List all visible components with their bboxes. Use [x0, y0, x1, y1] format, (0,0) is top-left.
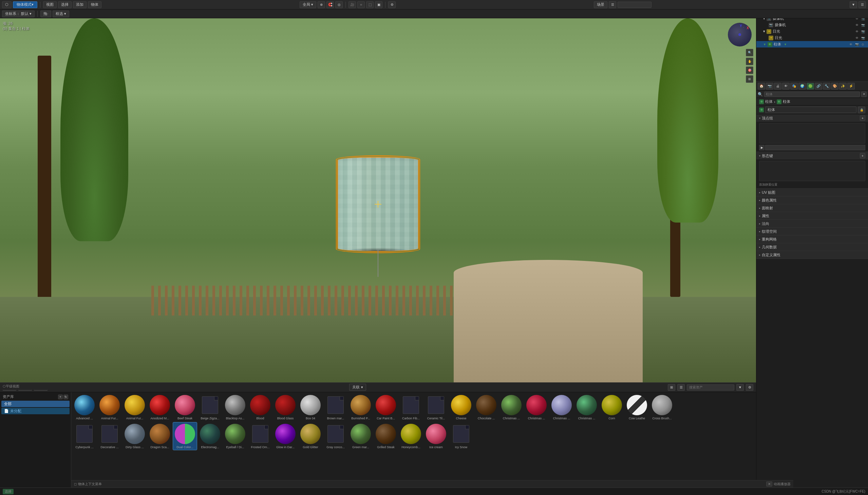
anim-player-label[interactable]: 动画播放器 — [774, 482, 790, 487]
overlay-btn[interactable]: ⬚ — [366, 1, 374, 8]
viewport-shading[interactable]: ○ — [357, 1, 365, 8]
obj-name-input[interactable]: 柱体 — [765, 106, 856, 113]
asset-item-8[interactable]: Blood Glass — [273, 394, 297, 421]
custom-props-header[interactable]: ▸ 自定义属性 — [756, 251, 868, 258]
asset-item-9[interactable]: Box 04 — [299, 394, 322, 421]
props-world-tab[interactable]: 🌍 — [798, 83, 806, 89]
select-menu[interactable]: 选择 — [58, 1, 72, 8]
filter-btn[interactable]: ▼ — [850, 1, 857, 8]
unassigned-item[interactable]: 📄 未分配 — [1, 408, 70, 414]
asset-item-36[interactable]: Grilled Steak — [374, 422, 398, 450]
asset-settings-icon[interactable]: ⚙ — [746, 384, 753, 391]
remesh-header[interactable]: ▸ 重构网格 — [756, 236, 868, 243]
asset-item-30[interactable]: Eyeball / Di... — [223, 422, 247, 450]
obj-name-lock[interactable]: 🔒 — [858, 106, 865, 113]
asset-item-19[interactable]: Christmas ... — [550, 394, 574, 421]
select-mode-btn[interactable]: 框选 ▾ — [53, 11, 69, 17]
asset-grid-btn[interactable]: ⊞ — [668, 384, 675, 391]
props-output-tab[interactable]: 🖨 — [774, 83, 781, 89]
mode-selector[interactable]: 物体模式 ▾ — [13, 1, 37, 8]
asset-filter-icon[interactable]: ▼ — [736, 384, 744, 391]
props-scene-tab[interactable]: 🏠 — [758, 83, 765, 89]
props-modifiers-tab[interactable]: 🔧 — [823, 83, 830, 89]
asset-item-24[interactable]: Cyberpunk ... — [73, 422, 96, 450]
select-mode-status[interactable]: 选择 — [3, 489, 14, 494]
asset-sidebar-refresh[interactable]: ↻ — [64, 395, 68, 399]
asset-search-input[interactable] — [687, 385, 734, 391]
props-view-tab[interactable]: 👁 — [782, 83, 789, 89]
vg-name-field[interactable] — [765, 145, 865, 150]
props-render-tab[interactable]: 📷 — [766, 83, 773, 89]
zoom-icon[interactable]: 🔍 — [746, 49, 753, 56]
outliner-item-light[interactable]: ☀ 日光 👁 📷 — [756, 35, 868, 41]
asset-item-4[interactable]: Beef Steak — [173, 394, 197, 421]
vertex-groups-add[interactable]: + — [860, 115, 865, 121]
asset-item-3[interactable]: Anodized M... — [148, 394, 172, 421]
blender-icon[interactable]: ⬡ — [2, 1, 12, 8]
asset-item-18[interactable]: Christmas ... — [525, 394, 548, 421]
render-toggle-camera[interactable]: 📷 — [861, 23, 865, 28]
asset-item-13[interactable]: Carbon Fib... — [399, 394, 423, 421]
eye-toggle-light-parent[interactable]: 👁 — [854, 29, 859, 34]
render-toggle-cylinder[interactable]: 📷 — [854, 42, 859, 47]
viewport[interactable]: 项: 26 (b) 集合 1 | 柱体 X · Y 🔍 ✋ 🎯 ⊞ — [0, 18, 756, 390]
asset-item-32[interactable]: Glow in Dar... — [273, 422, 297, 450]
texture-space-header[interactable]: ▸ 纹理空间 — [756, 228, 868, 235]
asset-item-21[interactable]: Corn — [600, 394, 624, 421]
asset-item-25[interactable]: Decorative ... — [98, 422, 121, 450]
anim-close-icon[interactable]: ✕ — [766, 481, 772, 487]
axis-gizmo[interactable]: X · Y — [726, 21, 753, 48]
asset-item-27[interactable]: Dragon Sca... — [148, 422, 172, 450]
face-maps-header[interactable]: ▸ 面映射 — [756, 204, 868, 212]
orbit-icon[interactable]: 🎯 — [746, 67, 753, 74]
outliner-item-camera[interactable]: 📷 摄像机 👁 📷 — [756, 22, 868, 28]
right-options[interactable]: ☰ — [858, 1, 866, 8]
props-scene-data-tab[interactable]: 🎭 — [790, 83, 798, 89]
main-search[interactable] — [617, 2, 651, 8]
asset-list-btn[interactable]: ☰ — [677, 384, 685, 391]
color-attrs-header[interactable]: ▸ 颜色属性 — [756, 197, 868, 204]
asset-item-33[interactable]: Gold Glitter — [299, 422, 322, 450]
snap-btn[interactable]: 🧲 — [326, 1, 334, 8]
eye-toggle-light[interactable]: 👁 — [854, 36, 859, 40]
view-menu[interactable]: 视图 — [43, 1, 57, 8]
context-menu-label[interactable]: 物体上下文菜单 — [78, 482, 102, 487]
attributes-header[interactable]: ▸ 属性 — [756, 212, 868, 220]
xray-btn[interactable]: ▣ — [375, 1, 382, 8]
props-particles-tab[interactable]: ✨ — [839, 83, 847, 89]
asset-item-16[interactable]: Chocolate ... — [474, 394, 498, 421]
props-close-icon[interactable]: ✕ — [861, 91, 867, 97]
asset-item-6[interactable]: Blacktop As... — [223, 394, 247, 421]
props-physics-tab[interactable]: ⚡ — [847, 83, 855, 89]
proportional-btn[interactable]: ◎ — [335, 1, 343, 8]
pan-icon[interactable]: ✋ — [746, 58, 753, 65]
asset-item-11[interactable]: Burnished P... — [349, 394, 373, 421]
render-btn[interactable]: 🎥 — [348, 1, 356, 8]
asset-item-20[interactable]: Christmas ... — [575, 394, 599, 421]
asset-item-1[interactable]: Animal Fur... — [98, 394, 121, 421]
all-filter-btn[interactable]: 全部 — [1, 401, 70, 407]
coord-system-btn[interactable]: 坐标系： 默认 ▾ — [2, 11, 35, 17]
shape-keys-header[interactable]: ▾ 形态键 + — [756, 152, 868, 159]
bottom-view-mode[interactable]: 平级视图 — [6, 384, 19, 389]
outliner-item-light-parent[interactable]: ▾ ☀ 日光 👁 📷 — [756, 28, 868, 35]
asset-item-38[interactable]: Ice cream — [424, 422, 448, 450]
vg-triangle-btn[interactable]: ▶ — [759, 145, 765, 150]
layer-icon[interactable]: ☰ — [609, 1, 616, 8]
props-constraints-tab[interactable]: 🔗 — [815, 83, 822, 89]
asset-item-17[interactable]: Christmas ... — [499, 394, 523, 421]
render-toggle-light[interactable]: 📷 — [861, 36, 865, 40]
transform-btn[interactable]: 拖· — [40, 11, 51, 17]
persp-icon[interactable]: ⊞ — [746, 75, 753, 83]
asset-item-22[interactable]: Cow Leathe — [625, 394, 649, 421]
asset-sidebar-add[interactable]: + — [58, 395, 63, 399]
shape-keys-add[interactable]: + — [860, 153, 865, 158]
props-object-tab[interactable]: 🟢 — [806, 83, 814, 89]
asset-item-26[interactable]: Dirty Glass ... — [123, 422, 147, 450]
asset-item-12[interactable]: Car Paint B... — [374, 394, 398, 421]
asset-item-39[interactable]: Icy Snow — [449, 422, 473, 450]
asset-item-31[interactable]: Frosted Om... — [249, 422, 272, 450]
asset-item-37[interactable]: Honeycomb... — [399, 422, 423, 450]
asset-link-btn[interactable]: 关联 ▾ — [349, 384, 366, 391]
asset-item-5[interactable]: Beige Zigza... — [198, 394, 222, 421]
